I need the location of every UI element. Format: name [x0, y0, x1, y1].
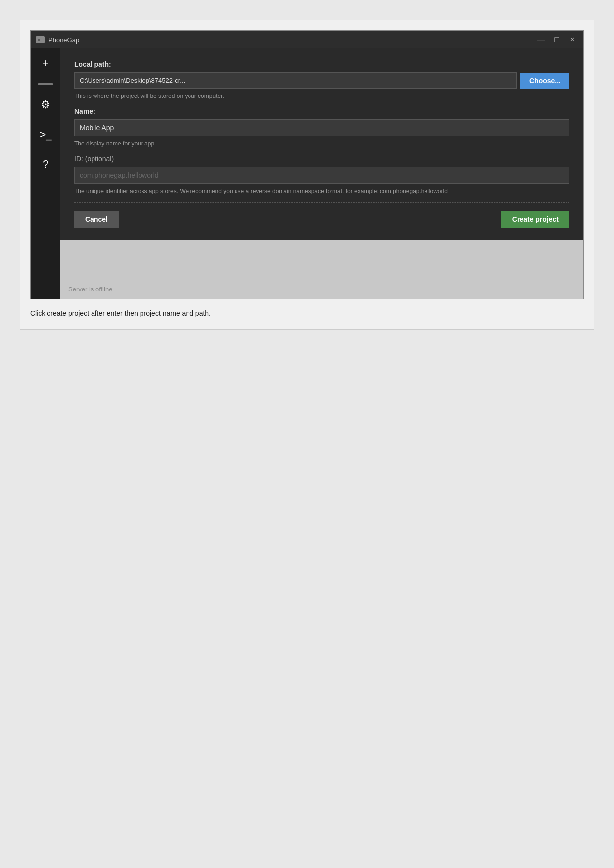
path-helper-text: This is where the project will be stored…: [74, 93, 569, 99]
path-input[interactable]: [74, 72, 517, 89]
minimize-button[interactable]: —: [535, 34, 547, 46]
phonegap-icon: [36, 36, 45, 43]
app-title: PhoneGap: [48, 36, 79, 44]
sidebar-divider: [38, 83, 53, 85]
path-row: Choose...: [74, 72, 569, 89]
id-input[interactable]: [74, 167, 569, 184]
section-divider: [74, 202, 569, 203]
sidebar-add-button[interactable]: +: [36, 53, 55, 73]
app-window: PhoneGap — □ × + ⚙ >_ ?: [30, 30, 584, 299]
title-bar-controls: — □ ×: [535, 34, 578, 46]
choose-button[interactable]: Choose...: [520, 73, 569, 89]
caption: Click create project after enter then pr…: [30, 307, 584, 319]
name-input[interactable]: [74, 119, 569, 136]
button-row: Cancel Create project: [74, 211, 569, 228]
bottom-area: Server is offline: [60, 240, 583, 299]
dialog-area: Local path: Choose... This is where the …: [60, 48, 583, 240]
app-body: + ⚙ >_ ? Local path: Choose... This is w…: [31, 48, 583, 299]
title-bar-left: PhoneGap: [36, 36, 79, 44]
main-panel: Local path: Choose... This is where the …: [60, 48, 583, 299]
sidebar-terminal-button[interactable]: >_: [36, 125, 55, 145]
id-label: ID: (optional): [74, 155, 569, 163]
sidebar-help-button[interactable]: ?: [36, 154, 55, 174]
sidebar: + ⚙ >_ ?: [31, 48, 60, 299]
cancel-button[interactable]: Cancel: [74, 211, 119, 228]
local-path-label: Local path:: [74, 60, 569, 68]
page-wrapper: PhoneGap — □ × + ⚙ >_ ?: [20, 20, 594, 330]
sidebar-settings-button[interactable]: ⚙: [36, 95, 55, 115]
restore-button[interactable]: □: [551, 34, 563, 46]
name-helper-text: The display name for your app.: [74, 140, 569, 147]
svg-rect-1: [38, 39, 40, 41]
create-project-button[interactable]: Create project: [501, 211, 569, 228]
name-label: Name:: [74, 107, 569, 115]
close-button[interactable]: ×: [567, 34, 578, 46]
title-bar: PhoneGap — □ ×: [31, 31, 583, 48]
status-text: Server is offline: [68, 286, 575, 293]
id-helper-text: The unique identifier across app stores.…: [74, 188, 569, 194]
